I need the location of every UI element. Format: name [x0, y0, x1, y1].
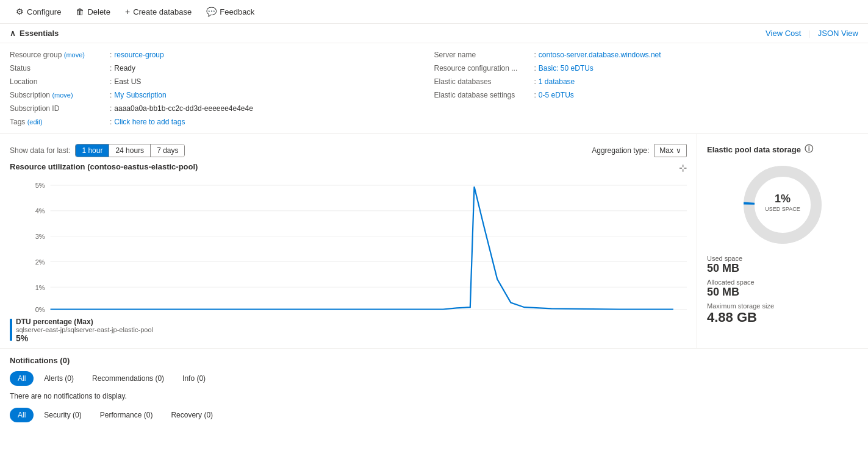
elastic-databases-row: Elastic databases : 1 database — [434, 77, 859, 86]
legend-text: DTU percentage (Max) sqlserver-east-jp/s… — [16, 318, 153, 343]
resource-group-row: Resource group (move) : resource-group — [10, 51, 434, 59]
server-name-label: Server name — [434, 51, 532, 59]
elastic-databases-value[interactable]: 1 database — [539, 77, 575, 86]
aggregation-dropdown[interactable]: Max ∨ — [654, 144, 687, 157]
status-row: Status : Ready — [10, 64, 434, 73]
svg-text:USED SPACE: USED SPACE — [765, 206, 800, 212]
feedback-icon: 💬 — [206, 7, 217, 16]
configure-button[interactable]: ⚙ Configure — [10, 4, 67, 20]
subscription-value[interactable]: My Subscription — [114, 91, 166, 99]
svg-text:0%: 0% — [35, 306, 45, 313]
feedback-label: Feedback — [220, 7, 254, 16]
json-view-link[interactable]: JSON View — [818, 29, 858, 38]
essentials-title-text: Essentials — [20, 29, 59, 38]
used-space-item: Used space 50 MB — [707, 255, 858, 275]
location-label: Location — [10, 77, 107, 86]
elastic-settings-value[interactable]: 0-5 eDTUs — [539, 91, 574, 99]
tags-label: Tags (edit) — [10, 118, 107, 126]
max-storage-value: 4.88 GB — [707, 310, 858, 325]
pin-icon[interactable]: ⊹ — [679, 162, 687, 174]
used-space-label: Used space — [707, 255, 858, 262]
max-storage-item: Maximum storage size 4.88 GB — [707, 302, 858, 325]
chevron-up-icon: ∧ — [10, 29, 16, 38]
chart-title: Resource utilization (contoso-eastus-ela… — [10, 162, 198, 171]
chart-svg: 5% 4% 3% 2% 1% 0% 7:45 AM 8 AM 8:15 AM U… — [10, 179, 687, 313]
resource-config-row: Resource configuration ... : Basic: 50 e… — [434, 64, 859, 73]
svg-text:2%: 2% — [35, 258, 45, 266]
notifications-empty-message: There are no notifications to display. — [10, 392, 858, 400]
security-tabs: All Security (0) Performance (0) Recover… — [10, 408, 858, 422]
subscription-id-row: Subscription ID : aaaa0a0a-bb1b-cc2c-dd3… — [10, 104, 434, 113]
configure-icon: ⚙ — [16, 7, 24, 16]
resource-group-value[interactable]: resource-group — [114, 51, 163, 59]
sec-tab-security[interactable]: Security (0) — [36, 408, 89, 422]
toolbar: ⚙ Configure 🗑 Delete + Create database 💬… — [0, 0, 868, 24]
legend-value: 5% — [16, 333, 153, 343]
notif-tab-info[interactable]: Info (0) — [174, 371, 213, 386]
create-database-button[interactable]: + Create database — [119, 4, 198, 20]
configure-label: Configure — [27, 7, 61, 16]
server-name-value[interactable]: contoso-server.database.windows.net — [539, 51, 661, 59]
essentials-links: View Cost | JSON View — [766, 29, 858, 38]
storage-donut: 1% USED SPACE — [707, 162, 858, 247]
link-divider: | — [808, 29, 810, 38]
status-value: Ready — [114, 64, 135, 73]
feedback-button[interactable]: 💬 Feedback — [200, 4, 260, 20]
legend-sub: sqlserver-east-jp/sqlserver-east-jp-elas… — [16, 326, 153, 333]
location-value: East US — [114, 77, 141, 86]
sec-tab-all[interactable]: All — [10, 408, 34, 422]
max-storage-label: Maximum storage size — [707, 302, 858, 310]
info-icon: ⓘ — [805, 144, 813, 155]
elastic-settings-row: Elastic database settings : 0-5 eDTUs — [434, 91, 859, 99]
notif-tab-recommendations[interactable]: Recommendations (0) — [84, 371, 172, 386]
subscription-move[interactable]: (move) — [52, 91, 73, 99]
time-1h-button[interactable]: 1 hour — [76, 144, 109, 157]
storage-title-text: Elastic pool data storage — [707, 145, 801, 154]
chart-section: Show data for last: 1 hour 24 hours 7 da… — [0, 134, 697, 348]
time-7d-button[interactable]: 7 days — [151, 144, 184, 157]
chevron-down-icon: ∨ — [676, 146, 681, 155]
essentials-left-col: Resource group (move) : resource-group S… — [10, 51, 434, 126]
storage-stats: Used space 50 MB Allocated space 50 MB M… — [707, 255, 858, 325]
tags-edit[interactable]: (edit) — [27, 118, 43, 126]
notifications-tabs: All Alerts (0) Recommendations (0) Info … — [10, 371, 858, 386]
aggregation-selector: Aggregation type: Max ∨ — [592, 144, 687, 157]
subscription-id-label: Subscription ID — [10, 104, 107, 113]
aggregation-label: Aggregation type: — [592, 146, 649, 155]
svg-text:1%: 1% — [35, 284, 45, 291]
legend-bar — [10, 319, 12, 341]
svg-text:4%: 4% — [35, 207, 45, 215]
used-space-value: 50 MB — [707, 262, 858, 275]
sec-tab-performance[interactable]: Performance (0) — [92, 408, 161, 422]
notif-tab-all[interactable]: All — [10, 371, 34, 386]
view-cost-link[interactable]: View Cost — [766, 29, 801, 38]
allocated-space-item: Allocated space 50 MB — [707, 279, 858, 299]
resource-group-move[interactable]: (move) — [64, 51, 85, 59]
time-24h-button[interactable]: 24 hours — [109, 144, 151, 157]
resource-config-label: Resource configuration ... — [434, 64, 532, 73]
delete-label: Delete — [87, 7, 110, 16]
storage-title: Elastic pool data storage ⓘ — [707, 144, 858, 155]
resource-group-label: Resource group (move) — [10, 51, 107, 59]
chart-wrapper: 5% 4% 3% 2% 1% 0% 7:45 AM 8 AM 8:15 AM U… — [10, 179, 687, 313]
svg-text:3%: 3% — [35, 233, 45, 240]
subscription-row: Subscription (move) : My Subscription — [10, 91, 434, 99]
essentials-grid: Resource group (move) : resource-group S… — [0, 43, 868, 134]
location-row: Location : East US — [10, 77, 434, 86]
tags-value[interactable]: Click here to add tags — [114, 118, 185, 126]
svg-text:5%: 5% — [35, 182, 45, 189]
tags-row: Tags (edit) : Click here to add tags — [10, 118, 434, 126]
time-buttons: 1 hour 24 hours 7 days — [75, 144, 185, 157]
svg-text:1%: 1% — [775, 193, 791, 205]
aggregation-value: Max — [659, 146, 673, 155]
sec-tab-recovery[interactable]: Recovery (0) — [163, 408, 221, 422]
elastic-databases-label: Elastic databases — [434, 77, 532, 86]
chart-controls: Show data for last: 1 hour 24 hours 7 da… — [10, 144, 687, 157]
subscription-id-value: aaaa0a0a-bb1b-cc2c-dd3d-eeeeee4e4e4e — [114, 104, 253, 113]
resource-config-value[interactable]: Basic: 50 eDTUs — [539, 64, 594, 73]
delete-button[interactable]: 🗑 Delete — [70, 4, 117, 20]
legend-title: DTU percentage (Max) — [16, 318, 153, 326]
elastic-settings-label: Elastic database settings — [434, 91, 532, 99]
notif-tab-alerts[interactable]: Alerts (0) — [36, 371, 82, 386]
time-selector: Show data for last: 1 hour 24 hours 7 da… — [10, 144, 185, 157]
